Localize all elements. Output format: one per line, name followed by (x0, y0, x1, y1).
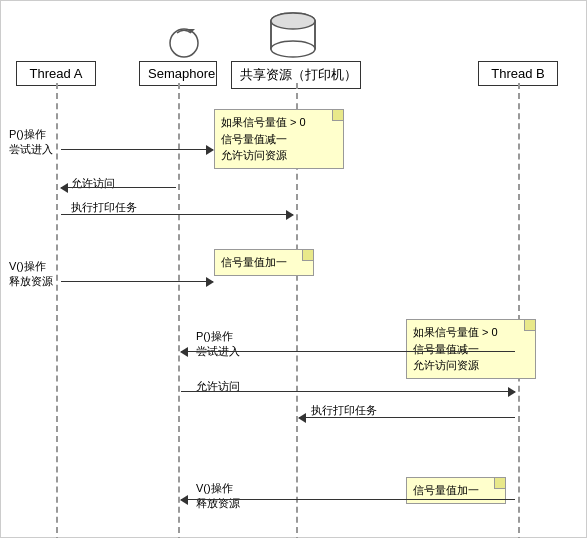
arrow-4 (61, 281, 213, 282)
arrow-3-label: 执行打印任务 (71, 200, 137, 215)
note-1-line2: 信号量值减一 (221, 131, 337, 148)
shared-resource-label: 共享资源（打印机） (240, 67, 357, 82)
thread-a-label: Thread A (30, 66, 83, 81)
thread-a-lifeline (56, 83, 58, 538)
semaphore-lifeline (178, 83, 180, 538)
thread-b-lifeline (518, 83, 520, 538)
note-3: 如果信号量值 > 0 信号量值减一 允许访问资源 (406, 319, 536, 379)
arrow-3 (61, 214, 293, 215)
sequence-diagram: Thread A Semaphore 共享资源（打印机） (0, 0, 587, 538)
arrow-7 (299, 417, 515, 418)
note-3-line1: 如果信号量值 > 0 (413, 324, 529, 341)
thread-b-label: Thread B (491, 66, 544, 81)
note-3-line3: 允许访问资源 (413, 357, 529, 374)
arrow-7-label: 执行打印任务 (311, 403, 377, 418)
svg-point-0 (170, 29, 198, 57)
svg-point-6 (271, 41, 315, 57)
note-2: 信号量值加一 (214, 249, 314, 276)
arrow-8-label: V()操作释放资源 (196, 481, 240, 512)
svg-point-7 (271, 13, 315, 29)
arrow-1-label: P()操作尝试进入 (9, 127, 53, 158)
arrow-2 (61, 187, 176, 188)
note-1-line3: 允许访问资源 (221, 147, 337, 164)
arrow-5 (181, 351, 515, 352)
arrow-4-label: V()操作释放资源 (9, 259, 53, 290)
arrow-2-label: 允许访问 (71, 176, 115, 191)
semaphore-label: Semaphore (148, 66, 215, 81)
database-icon (263, 9, 323, 61)
note-1: 如果信号量值 > 0 信号量值减一 允许访问资源 (214, 109, 344, 169)
arrow-5-label: P()操作尝试进入 (196, 329, 240, 360)
note-4-line1: 信号量值加一 (413, 482, 499, 499)
note-3-line2: 信号量值减一 (413, 341, 529, 358)
note-1-line1: 如果信号量值 > 0 (221, 114, 337, 131)
semaphore-icon (159, 15, 209, 61)
arrow-1 (61, 149, 213, 150)
note-2-line1: 信号量值加一 (221, 254, 307, 271)
arrow-6 (181, 391, 515, 392)
arrow-8 (181, 499, 515, 500)
